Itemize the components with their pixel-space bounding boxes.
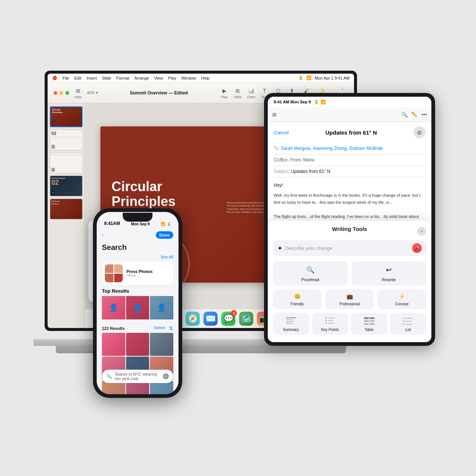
more-icon[interactable]: •••	[421, 112, 427, 118]
album-thumb-2	[114, 264, 123, 273]
iphone-search-bar[interactable]: 🔍 Stacey in NYC wearing her pink coat ×	[102, 370, 173, 383]
see-all-button[interactable]: See All	[161, 255, 173, 259]
cancel-button[interactable]: Cancel	[274, 130, 289, 135]
zoom-value: 41%	[87, 91, 94, 95]
slide-thumbnail-1[interactable]: CircularPrinciples 1	[50, 106, 83, 127]
back-chevron-icon: ‹	[102, 232, 103, 238]
summary-button[interactable]: Summary	[273, 313, 309, 335]
menu-format[interactable]: Format	[116, 76, 129, 80]
iphone-notch	[123, 213, 152, 222]
slide-thumbnail-5[interactable]: ProducingEfficiency 5	[50, 199, 83, 219]
menu-view[interactable]: View	[154, 76, 163, 80]
concise-button[interactable]: ⚡ Concise	[377, 289, 426, 309]
photos-see-all-row: See All	[102, 255, 173, 259]
table-button[interactable]: Table	[351, 313, 387, 335]
large-photo-2[interactable]	[126, 333, 149, 356]
menu-items: File Edit Insert Slide Format Arrange Vi…	[62, 76, 209, 80]
keynote-doc-title: Summit Overview — Edited	[130, 90, 188, 96]
view-icon: ⊞	[74, 87, 83, 94]
photos-done-button[interactable]: Done	[156, 231, 174, 239]
compose-to-value: Sarah Murguia, Xiaomeng Zhong, Graham Mc…	[281, 146, 383, 151]
table-icon: ⊞	[233, 87, 242, 94]
svg-rect-3	[286, 323, 292, 324]
slide-number-4: 4	[51, 191, 55, 195]
iphone-signal-icon: 📶	[161, 222, 165, 226]
compose-header-icon[interactable]: ⊙	[414, 126, 425, 138]
dock-item-messages[interactable]: 💬 1	[221, 312, 235, 326]
toolbar-view-btn[interactable]: ⊞ View	[74, 87, 83, 99]
writing-tools-search-input[interactable]: Describe your change	[285, 245, 409, 251]
iphone-body: 9:41AM Mon Sep 9 📶 🔋 ‹ Done	[93, 208, 182, 398]
toolbar-play-btn[interactable]: ▶ Play	[220, 87, 229, 99]
writing-tools-close-button[interactable]: ×	[417, 227, 426, 236]
toolbar-chart-label: Chart	[247, 95, 255, 99]
svg-rect-19	[405, 321, 411, 322]
mic-icon[interactable]: 🎤	[412, 243, 422, 253]
mac-menubar: 🍎 File Edit Insert Slide Format Arrange …	[48, 74, 354, 83]
compose-ccbcc-value: Cc/Bcc, From: Maria	[274, 157, 314, 163]
menu-window[interactable]: Window	[181, 76, 196, 80]
dock-item-mail[interactable]: ✉️	[203, 312, 218, 326]
large-photo-3[interactable]	[150, 333, 173, 356]
iphone: 9:41AM Mon Sep 9 📶 🔋 ‹ Done	[93, 208, 182, 398]
ipad-time: 9:41 AM Mon Sep 9	[274, 100, 311, 104]
writing-tools-format-buttons: Summary	[273, 313, 426, 335]
search-clear-button[interactable]: ×	[163, 373, 169, 379]
select-button[interactable]: Select	[154, 325, 165, 331]
writing-tools-tone-buttons: 😊 Friendly 💼 Professional ⚡ Concise	[273, 289, 426, 309]
rewrite-label: Rewrite	[382, 277, 396, 282]
apple-menu-icon[interactable]: 🍎	[52, 75, 57, 80]
album-info: Press Photos Album	[126, 269, 152, 277]
slide-thumbnail-3[interactable]: 3	[50, 152, 83, 173]
dock-item-safari[interactable]: 🧭	[186, 312, 200, 326]
dock-item-maps[interactable]: 🗺️	[239, 312, 253, 326]
menu-slide[interactable]: Slide	[102, 76, 111, 80]
toolbar-table-btn[interactable]: ⊞ Table	[233, 87, 242, 99]
sort-icon[interactable]: ⇅	[169, 325, 173, 331]
writing-tools-search-bar[interactable]: ✦ Describe your change 🎤	[273, 240, 426, 256]
compose-dialog-title: Updates from 61° N	[325, 129, 377, 136]
search-icon[interactable]: 🔍	[401, 112, 408, 118]
menu-file[interactable]: File	[62, 76, 69, 80]
ipad-body: 9:41 AM Mon Sep 9 🔋 📶 ⊞ 🔍 ✏️ •••	[264, 93, 435, 346]
top-results-grid: 👤 👤 👤	[102, 296, 173, 319]
ipad: 9:41 AM Mon Sep 9 🔋 📶 ⊞ 🔍 ✏️ •••	[264, 93, 435, 346]
compose-icon[interactable]: ✏️	[411, 112, 418, 118]
photos-search-title: Search	[102, 243, 173, 252]
slide-thumbnail-2[interactable]: 02 2	[50, 129, 83, 150]
slide-thumbnail-4[interactable]: Environment 02 4	[50, 176, 83, 196]
list-button[interactable]: List	[390, 313, 426, 335]
menu-play[interactable]: Play	[168, 76, 176, 80]
key-points-button[interactable]: Key Points	[312, 313, 348, 335]
menu-help[interactable]: Help	[201, 76, 210, 80]
ipad-screen: 9:41 AM Mon Sep 9 🔋 📶 ⊞ 🔍 ✏️ •••	[268, 97, 431, 342]
messages-badge: 1	[231, 310, 237, 316]
large-photo-1[interactable]	[102, 333, 125, 356]
compose-to-field[interactable]: To: Sarah Murguia, Xiaomeng Zhong, Graha…	[274, 143, 425, 154]
sidebar-toggle-icon[interactable]: ⊞	[272, 112, 277, 118]
album-thumb-3	[105, 274, 113, 282]
photo-cell-1[interactable]: 👤	[102, 296, 125, 319]
menubar-right: 🔋 📶 Mon Apr 1 9:41 AM	[298, 75, 350, 80]
concise-label: Concise	[395, 302, 409, 306]
friendly-button[interactable]: 😊 Friendly	[273, 289, 322, 309]
menu-insert[interactable]: Insert	[87, 76, 97, 80]
menu-edit[interactable]: Edit	[74, 76, 81, 80]
svg-rect-20	[403, 324, 404, 325]
ipad-status-icons: 🔋 📶	[314, 100, 326, 104]
album-name: Press Photos	[126, 269, 152, 274]
rewrite-button[interactable]: ↩ Rewrite	[351, 261, 426, 286]
compose-ccbcc-field[interactable]: Cc/Bcc, From: Maria	[274, 154, 425, 166]
svg-rect-12	[364, 320, 369, 322]
photos-back-button[interactable]: ‹	[102, 232, 103, 238]
toolbar-chart-btn[interactable]: 📊 Chart	[247, 87, 255, 99]
menu-arrange[interactable]: Arrange	[135, 76, 149, 80]
keynote-title-bar: Summit Overview — Edited	[102, 90, 215, 96]
compose-subject-field[interactable]: Subject: Updates from 61° N	[274, 166, 425, 177]
proofread-button[interactable]: 🔍 Proofread	[273, 261, 348, 286]
photo-cell-3[interactable]: 👤	[150, 296, 173, 319]
album-card[interactable]: Press Photos Album	[102, 261, 173, 285]
compose-greeting: Hey!	[274, 182, 425, 189]
photo-cell-2[interactable]: 👤	[126, 296, 149, 319]
professional-button[interactable]: 💼 Professional	[325, 289, 374, 309]
